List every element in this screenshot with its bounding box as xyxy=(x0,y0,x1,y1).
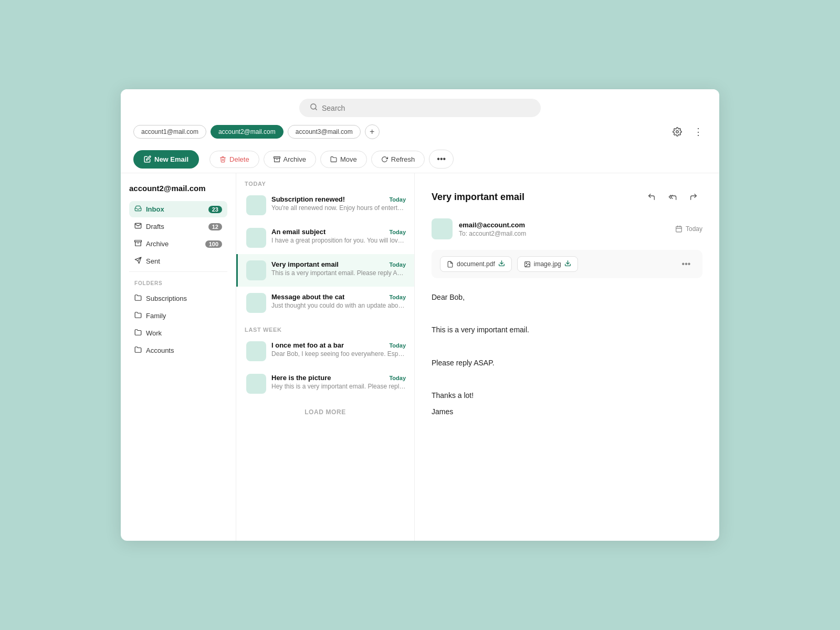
move-button[interactable]: Move xyxy=(320,151,367,168)
delete-button[interactable]: Delete xyxy=(209,151,259,168)
archive-badge: 100 xyxy=(205,240,222,248)
sidebar-divider xyxy=(129,271,227,272)
email-avatar-6 xyxy=(246,374,266,394)
sidebar: account2@mail.com Inbox 23 Drafts 12 xyxy=(121,173,236,541)
email-avatar-1 xyxy=(246,195,266,215)
email-item-1[interactable]: Subscription renewed! Today You're all r… xyxy=(236,189,414,222)
sidebar-item-inbox[interactable]: Inbox 23 xyxy=(129,201,227,217)
drafts-badge: 12 xyxy=(208,223,222,230)
email-time-3: Today xyxy=(389,261,406,268)
email-item-5[interactable]: I once met foo at a bar Today Dear Bob, … xyxy=(236,335,414,368)
toolbar-more-button[interactable]: ••• xyxy=(429,150,454,169)
account-tab-2[interactable]: account2@mail.com xyxy=(211,125,284,139)
sender-to: To: account2@mail.com xyxy=(459,230,669,237)
email-avatar-5 xyxy=(246,341,266,361)
email-preview-6: Hey this is a very important email. Plea… xyxy=(271,383,406,390)
attachment-pdf[interactable]: document.pdf xyxy=(440,256,512,272)
email-preview-2: I have a great proposition for you. You … xyxy=(271,237,406,244)
search-icon xyxy=(310,103,318,113)
pdf-download-icon[interactable] xyxy=(498,260,505,268)
email-date-display: Today xyxy=(675,225,702,233)
body-line-3: This is a very important email. xyxy=(432,323,702,337)
subscriptions-label: Subscriptions xyxy=(146,295,222,302)
email-meta-4: Message about the cat Today Just thought… xyxy=(271,293,406,309)
email-list-panel: TODAY Subscription renewed! Today You're… xyxy=(236,173,415,541)
forward-button[interactable] xyxy=(685,188,702,206)
email-item-2[interactable]: An email subject Today I have a great pr… xyxy=(236,222,414,254)
archive-button[interactable]: Archive xyxy=(264,151,316,168)
email-meta-1: Subscription renewed! Today You're all r… xyxy=(271,195,406,212)
family-label: Family xyxy=(146,312,222,320)
account-tab-3[interactable]: account3@mail.com xyxy=(288,125,361,139)
email-meta-3: Very important email Today This is a ver… xyxy=(271,260,406,277)
svg-rect-3 xyxy=(274,156,280,158)
email-item-4[interactable]: Message about the cat Today Just thought… xyxy=(236,287,414,319)
email-detail-subject: Very important email xyxy=(432,192,524,203)
body-line-7: Thanks a lot! xyxy=(432,389,702,402)
sidebar-item-family[interactable]: Family xyxy=(129,308,227,324)
sent-label: Sent xyxy=(146,257,222,265)
email-meta-2: An email subject Today I have a great pr… xyxy=(271,228,406,244)
email-subject-5: I once met foo at a bar xyxy=(271,341,344,349)
archive-nav-icon xyxy=(134,239,142,248)
body-line-6 xyxy=(432,373,702,386)
email-avatar-2 xyxy=(246,228,266,248)
email-subject-1: Subscription renewed! xyxy=(271,195,345,203)
image-filename: image.jpg xyxy=(534,260,561,268)
email-subject-3: Very important email xyxy=(271,260,339,268)
body-line-2 xyxy=(432,307,702,320)
email-preview-1: You're all renewed now. Enjoy hours of e… xyxy=(271,204,406,212)
inbox-label: Inbox xyxy=(146,205,204,213)
toolbar: New Email Delete Archive Move Refresh xyxy=(121,145,719,173)
email-preview-3: This is a very important email. Please r… xyxy=(271,269,406,277)
reply-all-button[interactable] xyxy=(664,188,681,206)
svg-line-1 xyxy=(315,108,317,110)
email-subject-4: Message about the cat xyxy=(271,293,344,301)
load-more-button[interactable]: LOAD MORE xyxy=(236,400,414,424)
account-tab-1[interactable]: account1@mail.com xyxy=(133,125,206,139)
email-subject-2: An email subject xyxy=(271,228,326,236)
settings-button[interactable] xyxy=(669,123,686,140)
email-item-6[interactable]: Here is the picture Today Hey this is a … xyxy=(236,368,414,400)
svg-rect-9 xyxy=(676,226,682,232)
image-download-icon[interactable] xyxy=(564,260,571,268)
email-item-3[interactable]: Very important email Today This is a ver… xyxy=(236,254,414,287)
search-input[interactable] xyxy=(322,104,530,112)
folder-icon-accounts xyxy=(134,346,142,355)
svg-point-15 xyxy=(526,262,527,264)
app-window: account1@mail.com account2@mail.com acco… xyxy=(121,89,719,541)
email-detail-panel: Very important email xyxy=(415,173,719,541)
email-subject-6: Here is the picture xyxy=(271,374,331,382)
email-meta-6: Here is the picture Today Hey this is a … xyxy=(271,374,406,390)
sidebar-item-archive[interactable]: Archive 100 xyxy=(129,236,227,252)
inbox-icon xyxy=(134,205,142,214)
reply-button[interactable] xyxy=(643,188,660,206)
new-email-button[interactable]: New Email xyxy=(133,150,199,169)
attachments-more-button[interactable]: ••• xyxy=(678,256,694,272)
body-line-1: Dear Bob, xyxy=(432,291,702,304)
sidebar-item-sent[interactable]: Sent xyxy=(129,253,227,269)
more-options-button[interactable]: ⋮ xyxy=(690,123,707,140)
sidebar-item-work[interactable]: Work xyxy=(129,325,227,341)
add-account-button[interactable]: + xyxy=(365,124,380,139)
email-preview-4: Just thought you could do with an update… xyxy=(271,302,406,309)
drafts-icon xyxy=(134,222,142,231)
archive-label: Archive xyxy=(146,240,201,248)
sidebar-item-subscriptions[interactable]: Subscriptions xyxy=(129,290,227,307)
email-time-1: Today xyxy=(389,196,406,203)
email-preview-5: Dear Bob, I keep seeing foo everywhere. … xyxy=(271,350,406,358)
sidebar-item-accounts[interactable]: Accounts xyxy=(129,342,227,359)
today-group-label: TODAY xyxy=(236,173,414,189)
sidebar-item-drafts[interactable]: Drafts 12 xyxy=(129,218,227,235)
folder-icon-work xyxy=(134,329,142,338)
sender-info: email@account.com To: account2@mail.com xyxy=(459,221,669,237)
work-label: Work xyxy=(146,329,222,337)
body-line-4 xyxy=(432,340,702,353)
account-tabs: account1@mail.com account2@mail.com acco… xyxy=(121,123,719,145)
drafts-label: Drafts xyxy=(146,223,204,230)
sent-icon xyxy=(134,257,142,266)
refresh-button[interactable]: Refresh xyxy=(371,151,425,168)
sidebar-account-name: account2@mail.com xyxy=(129,184,227,193)
inbox-badge: 23 xyxy=(208,206,222,213)
attachment-image[interactable]: image.jpg xyxy=(517,256,578,272)
